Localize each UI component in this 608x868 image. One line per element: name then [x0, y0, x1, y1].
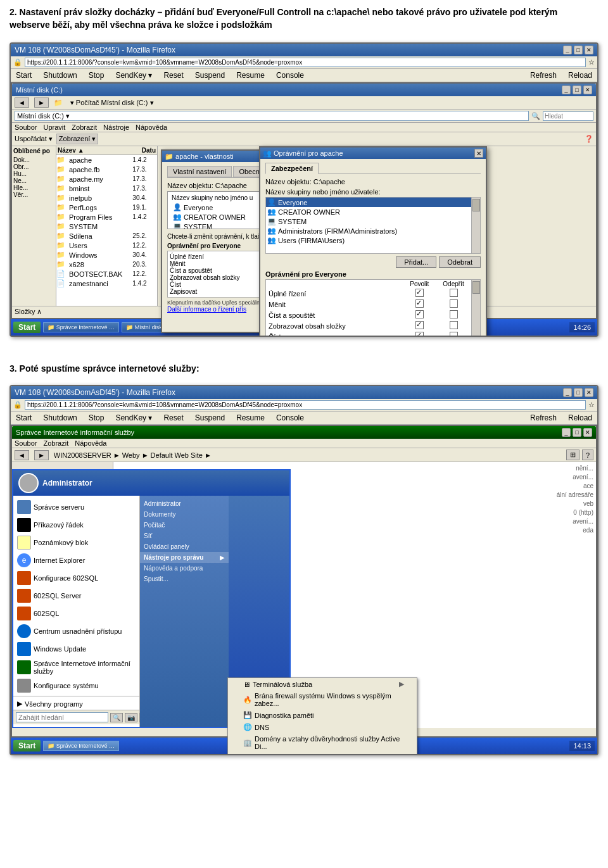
iis-close-btn[interactable]: ✕	[583, 428, 592, 437]
kvm-stop-btn[interactable]: Stop	[86, 70, 107, 80]
sm-konfigurace-602sql[interactable]: Konfigurace 602SQL	[13, 569, 139, 587]
explorer-addr-input[interactable]	[15, 111, 529, 121]
back-btn[interactable]: ◄	[15, 97, 29, 108]
ctx-diagnostika[interactable]: 💾 Diagnostika paměti	[228, 709, 417, 721]
ne-link[interactable]: Ne...	[13, 177, 54, 184]
sm-webcam-btn[interactable]: 📷	[125, 713, 137, 722]
op-user-everyone[interactable]: 👤 Everyone	[266, 198, 471, 207]
menu-napoveda[interactable]: Nápověda	[136, 123, 167, 131]
kvm-resume-btn-2[interactable]: Resume	[234, 413, 267, 423]
iis-action-4[interactable]: ální adresáře	[557, 491, 593, 498]
file-row-windows[interactable]: 📁 Windows 30.4.	[56, 250, 157, 260]
url-input-1[interactable]: https://200.1.1.21:8006/?console=kvm&vmi…	[25, 58, 586, 67]
taskbar-item-spravce[interactable]: 📁 Správce Internetové i...	[43, 322, 119, 332]
kvm-reset-btn-2[interactable]: Reset	[161, 413, 186, 423]
sm-search-btn[interactable]: 🔍	[110, 713, 123, 722]
checkbox-menit-deny[interactable]	[450, 299, 458, 308]
url-input-2[interactable]: https://200.1.1.21:8006/?console=kvm&vmi…	[25, 400, 586, 410]
sm-prikazovy-radek[interactable]: Příkazový řádek	[13, 516, 139, 534]
kvm-console-btn-2[interactable]: Console	[274, 413, 307, 423]
kvm-refresh-btn-2[interactable]: Refresh	[528, 413, 559, 423]
checkbox-cist-allow[interactable]	[415, 332, 424, 336]
sm-centrum-usnadneni[interactable]: Centrum usnadnění přístupu	[13, 622, 139, 640]
kvm-refresh-btn[interactable]: Refresh	[528, 70, 559, 80]
maximize-btn-2[interactable]: □	[574, 388, 583, 397]
ctx-dns[interactable]: 🌐 DNS	[228, 721, 417, 733]
sm-right-administrator[interactable]: Administrator	[140, 498, 229, 509]
taskbar-item-iis[interactable]: 📁 Správce Internetové inf...	[43, 741, 119, 751]
kvm-sendkey-btn[interactable]: SendKey ▾	[113, 70, 155, 80]
iis-help-btn[interactable]: ?	[582, 450, 593, 460]
sm-konfigurace-systemu[interactable]: Konfigurace systému	[13, 677, 139, 695]
sm-internet-explorer[interactable]: e Internet Explorer	[13, 551, 139, 569]
ctx-domeny[interactable]: 🏢 Domény a vztahy důvěryhodnosti služby …	[228, 733, 417, 752]
iis-forward-btn[interactable]: ►	[34, 450, 49, 460]
sm-poznamkovy-blok[interactable]: Poznámkový blok	[13, 534, 139, 551]
iis-action-8[interactable]: eda	[583, 527, 593, 534]
kvm-suspend-btn-2[interactable]: Suspend	[193, 413, 227, 423]
sm-right-ovladaci[interactable]: Ovládací panely	[140, 541, 229, 552]
sm-602sql[interactable]: 602SQL	[13, 605, 139, 622]
checkbox-menit-allow[interactable]	[415, 299, 424, 308]
minimize-btn-2[interactable]: _	[563, 388, 572, 397]
sm-right-napoveda[interactable]: Nápověda a podpora	[140, 563, 229, 574]
file-row-apache-fb[interactable]: 📁 apache.fb 17.3.	[56, 165, 157, 174]
search-input[interactable]	[543, 111, 593, 121]
iis-menu-napoveda[interactable]: Nápověda	[75, 439, 106, 447]
kvm-console-btn[interactable]: Console	[274, 70, 307, 80]
checkbox-uplne-allow[interactable]	[415, 289, 424, 297]
tab-zabezpeceni[interactable]: Zabezpečení	[265, 163, 319, 174]
kvm-stop-btn-2[interactable]: Stop	[86, 413, 107, 423]
checkbox-cistsp-deny[interactable]	[450, 310, 458, 318]
sm-right-nastroje[interactable]: Nástroje pro správu ▶	[140, 552, 229, 563]
file-row-x628[interactable]: 📁 x628 20.3.	[56, 260, 157, 269]
checkbox-uplne-deny[interactable]	[450, 289, 458, 297]
kvm-shutdown-btn-2[interactable]: Shutdown	[41, 413, 79, 423]
ctx-editor-adsi[interactable]: 📝 Editor ADSI	[228, 752, 417, 754]
start-btn-2[interactable]: Start	[13, 740, 41, 752]
op-user-system[interactable]: 💻 SYSTEM	[266, 217, 471, 226]
file-row-users[interactable]: 📁 Users 12.2.	[56, 241, 157, 250]
ver-link[interactable]: Věr...	[13, 191, 54, 198]
tab-vlastni[interactable]: Vlastní nastavení	[167, 166, 232, 177]
ctx-terminالova[interactable]: 🖥 Terminálová služba ▶	[228, 678, 417, 690]
op-user-admins[interactable]: 👥 Administrators (FIRMA\Administrators)	[266, 226, 471, 236]
kvm-reload-btn-2[interactable]: Reload	[566, 413, 595, 423]
start-btn-1[interactable]: Start	[13, 322, 41, 333]
explorer-close-btn[interactable]: ✕	[583, 85, 592, 94]
file-row-sdilena[interactable]: 📁 Sdilena 25.2.	[56, 231, 157, 241]
iis-action-5[interactable]: veb	[583, 500, 593, 507]
perm-scrollbar[interactable]	[471, 280, 480, 336]
sm-right-dokumenty[interactable]: Dokumenty	[140, 509, 229, 520]
file-row-zamestnanci[interactable]: 📄 zamestnanci 1.4.2	[56, 279, 157, 288]
close-btn-1[interactable]: ✕	[585, 46, 593, 54]
kvm-reset-btn[interactable]: Reset	[161, 70, 186, 80]
sm-right-pocitac[interactable]: Počítač	[140, 520, 229, 531]
explorer-max-btn[interactable]: □	[573, 85, 581, 94]
menu-soubor[interactable]: Soubor	[15, 123, 37, 131]
file-row-system[interactable]: 📁 SYSTEM	[56, 222, 157, 231]
iis-max-btn[interactable]: □	[573, 428, 581, 437]
iis-view-btn[interactable]: ⊞	[566, 450, 580, 460]
maximize-btn-1[interactable]: □	[574, 46, 583, 54]
users-scrollbar[interactable]	[471, 198, 480, 253]
checkbox-zobrazovat-deny[interactable]	[450, 321, 458, 329]
sm-602sql-server[interactable]: 602SQL Server	[13, 587, 139, 605]
sm-search-input[interactable]	[16, 712, 108, 722]
op-user-users[interactable]: 👥 Users (FIRMA\Users)	[266, 236, 471, 245]
sm-spravce-serveru[interactable]: Správce serveru	[13, 498, 139, 516]
ctx-brana[interactable]: 🔥 Brána firewall systému Windows s vyspě…	[228, 690, 417, 709]
kvm-sendkey-btn-2[interactable]: SendKey ▾	[113, 413, 155, 423]
file-row-bminst[interactable]: 📁 bminst 17.3.	[56, 184, 157, 193]
file-row-apache-my[interactable]: 📁 apache.my 17.3.	[56, 174, 157, 184]
opravneni-close[interactable]: ✕	[474, 149, 483, 158]
menu-upravit[interactable]: Upravit	[43, 123, 65, 131]
iis-action-3[interactable]: ace	[583, 482, 593, 489]
kvm-suspend-btn[interactable]: Suspend	[193, 70, 227, 80]
kvm-shutdown-btn[interactable]: Shutdown	[41, 70, 79, 80]
iis-action-2[interactable]: avení...	[573, 474, 593, 481]
iis-min-btn[interactable]: _	[562, 428, 571, 437]
checkbox-zobrazovat-allow[interactable]	[415, 321, 424, 329]
kvm-start-btn[interactable]: Start	[13, 70, 34, 80]
kvm-start-btn-2[interactable]: Start	[13, 413, 34, 423]
